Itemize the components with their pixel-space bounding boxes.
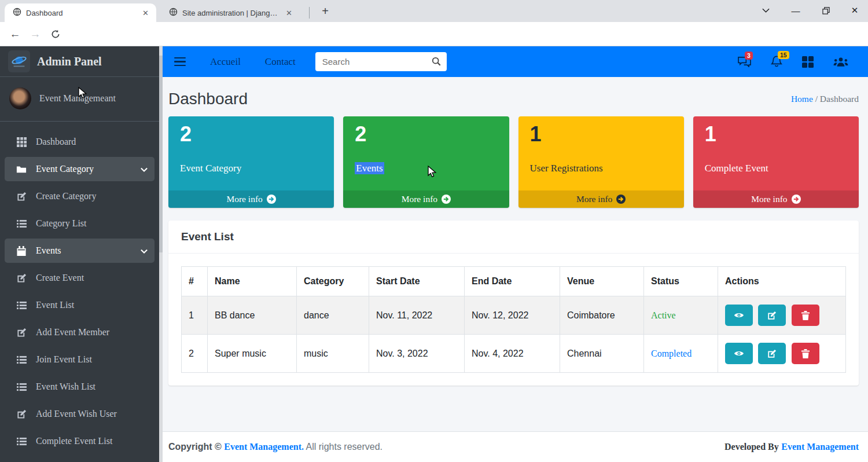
card-label: Complete Event [693, 146, 859, 174]
arrow-circle-right-icon [267, 195, 276, 204]
calendar-icon [15, 246, 28, 256]
sidebar-item-join-event-list[interactable]: Join Event List [5, 347, 155, 372]
search-box [315, 52, 447, 71]
sidebar-item-complete-event-list[interactable]: Complete Event List [5, 429, 155, 453]
messages-icon[interactable]: 3 [738, 56, 751, 67]
notifications-bell-icon[interactable]: 15 [771, 56, 782, 68]
nav-link-accueil[interactable]: Accueil [210, 56, 241, 68]
window-minimize-button[interactable]: — [782, 0, 809, 21]
sidebar-item-event-list[interactable]: Event List [5, 293, 155, 317]
hamburger-menu-icon[interactable] [174, 57, 186, 67]
event-list-title: Event List [181, 230, 234, 243]
user-avatar[interactable] [9, 87, 31, 109]
breadcrumb-home-link[interactable]: Home [791, 94, 813, 104]
tab-close-icon[interactable]: ✕ [141, 9, 150, 17]
delete-button[interactable] [792, 305, 819, 326]
edit-icon [15, 273, 28, 283]
navbar-right-icons: 3 15 [738, 56, 868, 68]
sidebar-item-event-category[interactable]: Event Category [5, 157, 155, 181]
window-restore-button[interactable] [812, 0, 839, 21]
view-button[interactable] [725, 305, 753, 326]
card-events: 2 Events More info [343, 116, 509, 208]
breadcrumb-current: Dashboard [820, 94, 859, 104]
more-info-link[interactable]: More info [518, 190, 684, 208]
edit-icon [15, 328, 28, 338]
globe-favicon-icon [13, 8, 21, 18]
view-button[interactable] [725, 343, 753, 364]
reload-icon[interactable] [47, 26, 64, 42]
new-tab-button[interactable]: + [317, 3, 333, 20]
edit-icon [15, 192, 28, 201]
more-info-link[interactable]: More info [693, 190, 859, 208]
tab-close-icon[interactable]: ✕ [284, 9, 294, 17]
developer-link[interactable]: Event Management [781, 442, 859, 452]
forward-icon[interactable]: → [27, 26, 43, 42]
main-footer: Copyright © Event Management. All rights… [163, 431, 868, 462]
list-icon [15, 219, 28, 228]
developed-by-text: Developed By Event Management [724, 442, 859, 452]
mouse-cursor [78, 87, 89, 102]
card-value: 1 [693, 116, 859, 146]
card-event-category: 2 Event Category More info [168, 116, 334, 208]
sidebar-item-events[interactable]: Events [5, 239, 155, 263]
sidebar-item-create-event[interactable]: Create Event [5, 266, 155, 290]
globe-favicon-icon [169, 8, 178, 18]
nav-link-contact[interactable]: Contact [265, 56, 296, 68]
stat-cards-row: 2 Event Category More info 2 Events More… [163, 116, 868, 208]
tab-search-chevron-icon[interactable] [752, 0, 779, 21]
folder-icon [15, 165, 28, 174]
table-row: 1 BB dance dance Nov. 11, 2022 Nov. 12, … [182, 296, 846, 335]
sidebar-menu: Dashboard Event Category Create Category… [0, 122, 159, 453]
grid-icon [15, 137, 28, 147]
back-icon[interactable]: ← [7, 26, 23, 42]
sidebar-item-add-event-member[interactable]: Add Event Member [5, 320, 155, 344]
window-close-button[interactable]: ✕ [841, 0, 868, 21]
notifications-badge: 15 [778, 51, 789, 59]
browser-tab-dashboard[interactable]: Dashboard ✕ [5, 3, 156, 22]
content-header: Dashboard Home / Dashboard [163, 77, 868, 116]
copyright-text: Copyright © Event Management. All rights… [168, 442, 382, 452]
arrow-circle-right-icon [792, 195, 801, 204]
delete-button[interactable] [792, 343, 819, 364]
card-user-registrations: 1 User Registrations More info [518, 116, 684, 208]
card-label: User Registrations [518, 146, 684, 174]
status-badge: Completed [651, 349, 692, 358]
table-header-row: # Name Category Start Date End Date Venu… [182, 267, 846, 296]
search-input[interactable] [315, 52, 447, 71]
sidebar-item-add-event-wish-user[interactable]: Add Event Wish User [5, 402, 155, 426]
app-window: Admin Panel Event Managemeant Dashboard … [0, 46, 868, 462]
edit-button[interactable] [758, 343, 786, 364]
browser-tab-django-admin[interactable]: Site administration | Django site ✕ [161, 3, 300, 22]
event-list-body: # Name Category Start Date End Date Venu… [168, 254, 859, 386]
selected-text: Events [355, 162, 384, 174]
sidebar-item-dashboard[interactable]: Dashboard [5, 130, 155, 154]
app-logo-icon [8, 50, 30, 72]
card-complete-event: 1 Complete Event More info [693, 116, 859, 208]
brand-title: Admin Panel [37, 55, 102, 68]
edit-button[interactable] [758, 305, 786, 326]
footer-brand-link[interactable]: Event Management. [224, 442, 304, 452]
grid-apps-icon[interactable] [802, 56, 814, 68]
breadcrumb-separator: / [815, 94, 818, 104]
more-info-link[interactable]: More info [168, 190, 334, 208]
top-navbar: Accueil Contact 3 15 [163, 46, 868, 77]
sidebar-item-create-category[interactable]: Create Category [5, 184, 155, 208]
messages-badge: 3 [745, 52, 753, 60]
table-row: 2 Super music music Nov. 3, 2022 Nov. 4,… [182, 335, 846, 373]
events-table: # Name Category Start Date End Date Venu… [181, 266, 846, 373]
more-info-link[interactable]: More info [343, 190, 509, 208]
list-icon [15, 437, 28, 446]
browser-toolbar: ← → 127.0.0.1:8000 ☆ ⋮ [0, 22, 868, 46]
list-icon [15, 383, 28, 391]
sidebar-item-event-wish-list[interactable]: Event Wish List [5, 375, 155, 399]
actions-cell [718, 296, 846, 335]
users-icon[interactable] [833, 56, 848, 67]
event-list-header: Event List [168, 221, 859, 254]
actions-cell [718, 335, 846, 373]
card-label: Event Category [168, 146, 334, 174]
sidebar: Admin Panel Event Managemeant Dashboard … [0, 46, 159, 462]
brand-header[interactable]: Admin Panel [0, 46, 159, 77]
content-area: Dashboard Home / Dashboard 2 Event Categ… [163, 77, 868, 431]
search-icon[interactable] [432, 57, 441, 68]
sidebar-item-category-list[interactable]: Category List [5, 211, 155, 236]
